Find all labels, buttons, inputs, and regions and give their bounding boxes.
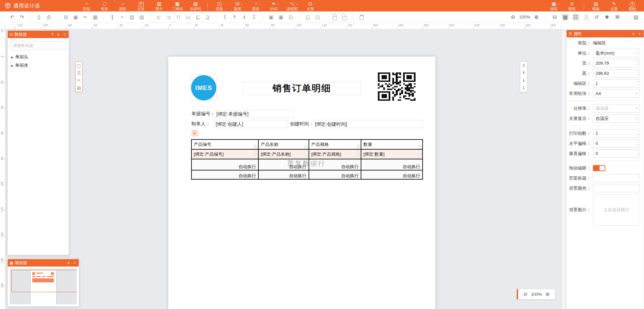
history-icon[interactable]: ↺ (593, 14, 600, 21)
distribute-horizontal-icon[interactable]: ∥ (109, 14, 116, 21)
zoom-in-icon[interactable]: ⊕ (545, 291, 550, 297)
delete-icon[interactable] (358, 14, 365, 21)
components-icon[interactable]: ⛁ (551, 14, 558, 21)
table-cell[interactable]: 自动换行 (309, 170, 361, 179)
equal-width-icon[interactable]: ▥ (129, 14, 135, 21)
tree-caret-icon[interactable]: ▶ (11, 64, 13, 67)
tree-caret-icon[interactable]: ▶ (11, 56, 13, 59)
user-icon[interactable] (583, 14, 589, 21)
logo-element[interactable]: IMES (191, 75, 217, 101)
prop-select-paper[interactable]: A4▾ (593, 89, 640, 98)
table-handle-icon[interactable]: ⊞ (192, 130, 198, 136)
prop-select-fullscreen[interactable]: 自适应▾ (593, 114, 640, 123)
tool-chart[interactable]: ◔⌄图表 (247, 0, 265, 11)
paste-style-icon[interactable]: ▣ (278, 14, 284, 21)
tool-barcode[interactable]: ▥条形码 (186, 0, 205, 11)
table-cell[interactable]: [绑定:产品规格]×T (309, 149, 361, 159)
table-cell[interactable]: 自动换行 (191, 159, 258, 170)
tool-template[interactable]: ▤模板 (587, 0, 605, 11)
prop-imagebox-bg-image[interactable]: 点击选择图片 (593, 194, 640, 226)
table-cell[interactable]: [绑定:产品名称]×T (258, 149, 309, 159)
table-cell[interactable]: [绑定:产品编号]×T (191, 149, 258, 159)
tool-data[interactable]: ⛁⌄数据 (228, 0, 247, 11)
prop-select-resolution[interactable]: 请选择▾ (593, 104, 640, 113)
tool-bigscreen[interactable]: ⊡⌄大屏 (301, 0, 319, 11)
paste-icon[interactable]: ▦ (92, 14, 99, 21)
tool-help[interactable]: ?帮助 (623, 0, 641, 11)
delete-badge[interactable]: × (305, 150, 308, 154)
redo-icon[interactable]: ↷ (19, 14, 25, 21)
field-bind-create-time[interactable]: [绑定:创建时间] (313, 120, 423, 128)
tools-icon[interactable]: ⌘ (614, 14, 621, 21)
stepper-icons[interactable]: ▴▾ (637, 60, 638, 66)
prop-number-width[interactable]: 209.79▴▾ (593, 59, 640, 67)
clean-icon[interactable]: ✱ (604, 14, 610, 21)
stepper-icons[interactable]: ▴▾ (637, 130, 638, 136)
datasource-item-1[interactable]: ▶单据头 (11, 53, 65, 61)
copy-icon[interactable]: ▣ (72, 14, 79, 21)
align-bottom-icon[interactable]: ⊔ (185, 14, 191, 21)
align-middle-icon[interactable]: ⊒ (204, 14, 211, 21)
collapse-icon[interactable]: ∨ (631, 32, 636, 36)
paste-icon[interactable]: ▤ (77, 85, 81, 91)
group-icon[interactable]: ◱ (305, 14, 311, 21)
tool-theme[interactable]: ✎主题 (605, 0, 623, 11)
clone-icon[interactable]: ⊞ (63, 14, 69, 21)
collapse-icon[interactable]: ∨ (66, 261, 71, 265)
page-up-icon[interactable]: ↟ (522, 70, 526, 76)
text-badge[interactable]: T (418, 145, 422, 148)
copy-style-icon[interactable]: ▣ (268, 14, 275, 21)
scroll-bottom-icon[interactable]: ↧ (522, 85, 526, 91)
prop-input-bg-color[interactable] (593, 184, 640, 192)
align-right-icon[interactable]: ⊐ (165, 14, 172, 21)
tool-qrcode[interactable]: ▦二维码 (168, 0, 186, 11)
tool-flowchart[interactable]: ⌥⌄流程图 (283, 0, 301, 11)
collapse-icon[interactable]: ∨ (56, 32, 61, 37)
distribute-vertical-icon[interactable]: = (119, 14, 126, 21)
move-down-icon[interactable]: ↡ (241, 14, 248, 21)
unlock-icon[interactable] (341, 14, 348, 21)
page-down-icon[interactable]: ↡ (522, 78, 526, 83)
table-cell[interactable]: 产品名称T (258, 140, 309, 149)
prop-number-height[interactable]: 296.83▴▾ (593, 69, 640, 78)
table-cell[interactable]: 数量T (361, 140, 423, 149)
new-file-icon[interactable]: ▯ (36, 14, 42, 21)
lock-icon[interactable] (331, 14, 338, 21)
canvas-scrollbar[interactable] (562, 30, 566, 309)
stepper-icons[interactable]: ▴▾ (637, 70, 638, 76)
tool-text[interactable]: T文本 (132, 0, 150, 11)
stepper-icons[interactable]: ▴▾ (637, 140, 638, 147)
canvas[interactable]: IMES 销售订单明细 单据编号： [绑定:单据编号] 制单人： [绑定:创建人… (6, 30, 566, 309)
edit-icon[interactable]: ▢ (77, 63, 81, 68)
close-icon[interactable]: × (638, 32, 642, 36)
datasource-search-input[interactable] (10, 41, 67, 50)
overview-thumbnail[interactable] (10, 269, 77, 304)
delete-badge[interactable]: × (357, 150, 360, 154)
align-top-icon[interactable]: ⊓ (175, 14, 182, 21)
delete-badge[interactable]: × (254, 150, 257, 154)
table-cell[interactable]: 自动换行 (258, 170, 309, 179)
print-icon[interactable]: ⎙ (45, 14, 52, 21)
catalog-icon[interactable]: ▤ (633, 14, 639, 21)
table-cell[interactable]: 产品编号T (191, 140, 258, 149)
grid-view-icon[interactable]: ▦ (562, 14, 569, 21)
tool-preview[interactable]: ⊙预览 (563, 0, 581, 11)
close-icon[interactable]: × (63, 32, 67, 36)
zoom-in-icon[interactable]: ⊕ (533, 14, 540, 21)
outline-view-icon[interactable]: ☷ (572, 14, 579, 21)
datasource-item-2[interactable]: ▶单据体 (11, 61, 65, 70)
tool-rect[interactable]: □矩形 (96, 0, 114, 11)
close-icon[interactable]: × (73, 261, 77, 265)
text-badge[interactable]: T (357, 145, 360, 148)
scroll-top-icon[interactable]: ↥ (522, 63, 526, 68)
prop-number-edit-area[interactable]: 1▴▾ (593, 79, 640, 88)
table-cell[interactable]: [绑定:数量]×T (361, 149, 423, 159)
equal-height-icon[interactable]: ▤ (138, 14, 145, 21)
prop-number-offset-y[interactable]: 0▴▾ (593, 149, 640, 158)
delete-badge[interactable]: × (418, 150, 422, 154)
prop-input-page-title[interactable] (593, 174, 640, 182)
text-badge[interactable]: T (357, 155, 360, 158)
field-bind-creator[interactable]: [绑定:创建人] (214, 120, 287, 128)
zoom-out-icon[interactable]: ⊖ (523, 291, 528, 297)
overlay-icon[interactable]: ⊡ (287, 14, 294, 21)
